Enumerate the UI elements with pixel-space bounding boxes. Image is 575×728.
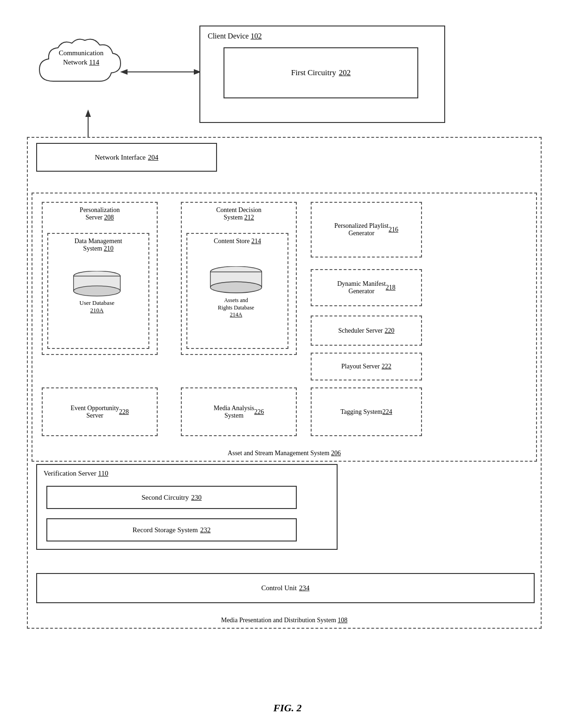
asset-stream-label: Asset and Stream Management System 206 [228, 450, 341, 457]
playout-server-label: Playout Server 222 [312, 354, 421, 380]
playlist-generator-label: Personalized PlaylistGenerator 216 [312, 203, 421, 257]
user-db-cylinder [69, 271, 125, 296]
content-decision-label: Content DecisionSystem 212 [182, 203, 296, 225]
scheduler-server-label: Scheduler Server 220 [312, 316, 421, 345]
second-circuitry-box: Second Circuitry 230 [46, 486, 297, 509]
record-storage-label: Record Storage System 232 [47, 519, 296, 541]
user-database-label: User Database210A [62, 299, 132, 314]
media-presentation-label: Media Presentation and Distribution Syst… [221, 617, 348, 624]
second-circuitry-label: Second Circuitry 230 [47, 487, 296, 508]
page: Client Device 102 First Circuitry 202 Co… [0, 0, 575, 728]
client-device-box: Client Device 102 First Circuitry 202 [199, 26, 445, 123]
first-circuitry-box: First Circuitry 202 [224, 47, 418, 98]
comm-network-label: CommunicationNetwork 114 [35, 49, 128, 67]
tagging-system-box: Tagging System 224 [311, 387, 422, 436]
record-storage-box: Record Storage System 232 [46, 518, 297, 541]
network-interface-label: Network Interface 204 [37, 144, 216, 171]
assets-db-label: Assets andRights Database214A [199, 297, 273, 319]
client-device-label: Client Device 102 [200, 26, 444, 46]
verification-server-box: Verification Server 110 Second Circuitry… [36, 464, 338, 550]
event-opportunity-label: Event OpportunityServer 228 [43, 388, 157, 435]
svg-point-32 [211, 282, 262, 293]
comm-network-cloud: CommunicationNetwork 114 [35, 35, 128, 97]
data-management-box: Data ManagementSystem 210 User Database2… [47, 233, 149, 349]
media-analysis-box: Media AnalysisSystem 226 [181, 387, 297, 436]
user-database-container: User Database210A [62, 271, 132, 314]
scheduler-server-box: Scheduler Server 220 [311, 316, 422, 346]
event-opportunity-box: Event OpportunityServer 228 [42, 387, 158, 436]
control-unit-label: Control Unit 234 [37, 574, 534, 602]
dynamic-manifest-label: Dynamic ManifestGenerator 218 [312, 270, 421, 305]
control-unit-box: Control Unit 234 [36, 573, 535, 603]
content-store-label: Content Store 214 [187, 234, 288, 249]
tagging-system-label: Tagging System 224 [312, 388, 421, 435]
data-management-label: Data ManagementSystem 210 [48, 234, 148, 256]
playlist-generator-box: Personalized PlaylistGenerator 216 [311, 202, 422, 258]
playout-server-box: Playout Server 222 [311, 353, 422, 380]
svg-point-29 [74, 286, 121, 296]
network-interface-box: Network Interface 204 [36, 143, 217, 172]
content-store-box: Content Store 214 Assets andRights Datab… [186, 233, 288, 349]
personalization-server-label: PersonalizationServer 208 [43, 203, 157, 225]
content-decision-box: Content DecisionSystem 212 Content Store… [181, 202, 297, 355]
figure-label: FIG. 2 [273, 702, 301, 714]
dynamic-manifest-box: Dynamic ManifestGenerator 218 [311, 269, 422, 306]
assets-db-container: Assets andRights Database214A [199, 266, 273, 319]
assets-db-cylinder [206, 266, 266, 294]
personalization-server-box: PersonalizationServer 208 Data Managemen… [42, 202, 158, 355]
media-analysis-label: Media AnalysisSystem 226 [182, 388, 296, 435]
verification-server-label: Verification Server 110 [37, 465, 337, 482]
first-circuitry-label: First Circuitry 202 [224, 48, 417, 97]
